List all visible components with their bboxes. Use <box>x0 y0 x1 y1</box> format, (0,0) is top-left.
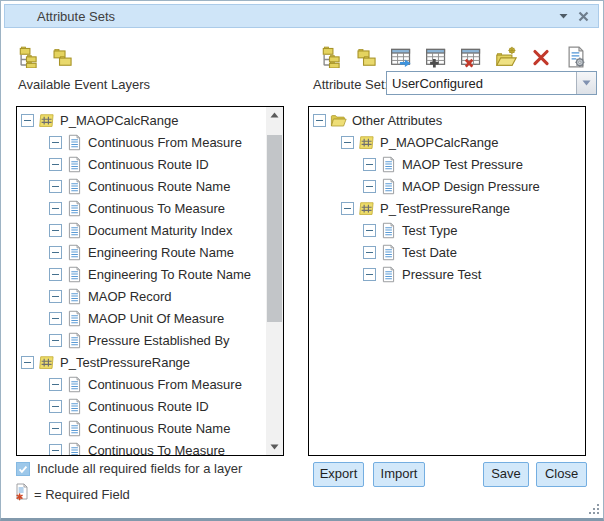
layer-icon <box>358 134 375 151</box>
tree-item[interactable]: Other Attributes <box>309 109 585 131</box>
dialog-title: Attribute Sets <box>5 9 115 24</box>
field-icon <box>66 134 83 151</box>
scroll-down-icon[interactable] <box>266 439 283 455</box>
attribute-sets-dialog: Attribute Sets Available Event Layers At… <box>0 0 604 521</box>
collapse-toggle-icon[interactable] <box>363 158 376 171</box>
collapse-toggle-icon[interactable] <box>49 268 62 281</box>
tree-item[interactable]: MAOP Design Pressure <box>309 175 585 197</box>
import-button[interactable]: Import <box>373 462 425 487</box>
tree-item[interactable]: Continuous Route Name <box>17 417 266 439</box>
tree-item[interactable]: P_TestPressureRange <box>309 197 585 219</box>
collapse-all-icon[interactable] <box>50 45 73 68</box>
field-icon <box>66 156 83 173</box>
properties-icon[interactable] <box>564 45 587 68</box>
tree-item-label: Continuous To Measure <box>88 201 225 216</box>
tree-item-label: MAOP Design Pressure <box>402 179 540 194</box>
collapse-toggle-icon[interactable] <box>49 400 62 413</box>
tree-item[interactable]: P_MAOPCalcRange <box>17 109 266 131</box>
resize-grip[interactable] <box>589 504 600 515</box>
attribute-set-panel: Other AttributesP_MAOPCalcRangeMAOP Test… <box>308 106 586 456</box>
include-required-fields-label: Include all required fields for a layer <box>37 461 242 476</box>
tree-item-label: Other Attributes <box>352 113 442 128</box>
field-icon <box>66 332 83 349</box>
tree-item[interactable]: Continuous From Measure <box>17 131 266 153</box>
tree-item[interactable]: Pressure Established By <box>17 329 266 351</box>
field-icon <box>66 376 83 393</box>
tree-item-label: MAOP Test Pressure <box>402 157 523 172</box>
collapse-toggle-icon[interactable] <box>341 202 354 215</box>
vertical-scrollbar[interactable] <box>266 107 283 455</box>
collapse-toggle-icon[interactable] <box>49 246 62 259</box>
include-required-fields-checkbox[interactable] <box>16 462 30 476</box>
available-layers-panel: P_MAOPCalcRangeContinuous From MeasureCo… <box>16 106 284 456</box>
close-icon[interactable] <box>578 11 589 22</box>
collapse-toggle-icon[interactable] <box>363 246 376 259</box>
collapse-toggle-icon[interactable] <box>363 224 376 237</box>
export-button[interactable]: Export <box>313 462 364 487</box>
attribute-set-combobox[interactable]: UserConfigured <box>386 71 597 95</box>
tree-item[interactable]: Engineering Route Name <box>17 241 266 263</box>
collapse-toggle-icon[interactable] <box>49 180 62 193</box>
delete-attribute-set-icon[interactable] <box>529 45 552 68</box>
tree-item-label: Engineering Route Name <box>88 245 234 260</box>
tree-item[interactable]: Continuous To Measure <box>17 197 266 219</box>
tree-item[interactable]: Continuous To Measure <box>17 439 266 456</box>
tree-item-label: Test Type <box>402 223 457 238</box>
tree-item[interactable]: Continuous Route ID <box>17 395 266 417</box>
right-toolbar <box>319 45 587 68</box>
collapse-toggle-icon[interactable] <box>49 136 62 149</box>
tree-item[interactable]: Continuous Route ID <box>17 153 266 175</box>
collapse-toggle-icon[interactable] <box>49 290 62 303</box>
tree-item[interactable]: Pressure Test <box>309 263 585 285</box>
save-button[interactable]: Save <box>483 462 529 487</box>
tree-item-label: Pressure Established By <box>88 333 230 348</box>
field-icon <box>380 222 397 239</box>
collapse-toggle-icon[interactable] <box>49 312 62 325</box>
combobox-dropdown-button[interactable] <box>576 72 596 94</box>
collapse-toggle-icon[interactable] <box>21 114 34 127</box>
tree-item[interactable]: Continuous Route Name <box>17 175 266 197</box>
tree-item[interactable]: P_TestPressureRange <box>17 351 266 373</box>
collapse-toggle-icon[interactable] <box>49 422 62 435</box>
tree-item[interactable]: MAOP Unit Of Measure <box>17 307 266 329</box>
scroll-up-icon[interactable] <box>266 107 283 123</box>
tree-item[interactable]: Continuous From Measure <box>17 373 266 395</box>
field-icon <box>66 244 83 261</box>
scrollbar-thumb[interactable] <box>267 135 282 322</box>
folder-icon <box>330 112 347 129</box>
collapse-toggle-icon[interactable] <box>49 158 62 171</box>
tree-item-label: P_MAOPCalcRange <box>380 135 499 150</box>
collapse-toggle-icon[interactable] <box>49 444 62 457</box>
field-icon <box>380 156 397 173</box>
collapse-toggle-icon[interactable] <box>21 356 34 369</box>
collapse-toggle-icon[interactable] <box>363 180 376 193</box>
tree-item[interactable]: Engineering To Route Name <box>17 263 266 285</box>
tree-item[interactable]: MAOP Test Pressure <box>309 153 585 175</box>
collapse-toggle-icon[interactable] <box>313 114 326 127</box>
titlebar[interactable]: Attribute Sets <box>4 4 599 28</box>
collapse-all-icon[interactable] <box>354 45 377 68</box>
field-icon <box>66 222 83 239</box>
open-table-icon[interactable] <box>389 45 412 68</box>
tree-item[interactable]: Test Type <box>309 219 585 241</box>
field-icon <box>66 310 83 327</box>
remove-table-icon[interactable] <box>459 45 482 68</box>
collapse-toggle-icon[interactable] <box>341 136 354 149</box>
attribute-set-label: Attribute Set: <box>313 77 388 92</box>
collapse-toggle-icon[interactable] <box>49 378 62 391</box>
new-attribute-set-icon[interactable] <box>494 45 517 68</box>
collapse-toggle-icon[interactable] <box>49 202 62 215</box>
collapse-toggle-icon[interactable] <box>49 224 62 237</box>
expand-all-icon[interactable] <box>16 45 39 68</box>
expand-all-icon[interactable] <box>319 45 342 68</box>
dock-menu-icon[interactable] <box>559 13 568 19</box>
tree-item[interactable]: MAOP Record <box>17 285 266 307</box>
collapse-toggle-icon[interactable] <box>49 334 62 347</box>
add-table-icon[interactable] <box>424 45 447 68</box>
tree-item[interactable]: P_MAOPCalcRange <box>309 131 585 153</box>
collapse-toggle-icon[interactable] <box>363 268 376 281</box>
close-button[interactable]: Close <box>536 462 587 487</box>
tree-item[interactable]: Document Maturity Index <box>17 219 266 241</box>
attribute-set-tree: Other AttributesP_MAOPCalcRangeMAOP Test… <box>309 109 585 285</box>
tree-item[interactable]: Test Date <box>309 241 585 263</box>
